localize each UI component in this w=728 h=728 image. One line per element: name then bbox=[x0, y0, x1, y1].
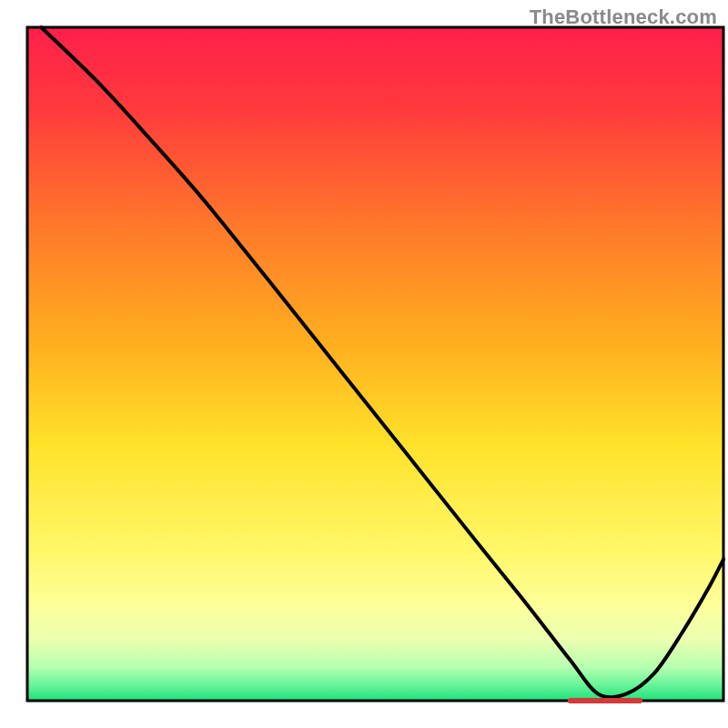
plot-background bbox=[27, 27, 723, 701]
chart-svg bbox=[0, 0, 728, 728]
chart-container: TheBottleneck.com bbox=[0, 0, 728, 728]
